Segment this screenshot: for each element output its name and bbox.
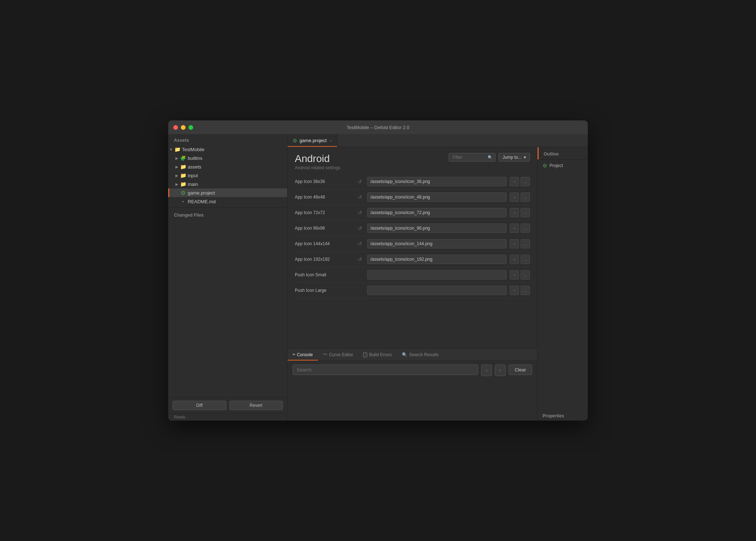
file-icon: ▪: [180, 198, 186, 205]
jump-to-button[interactable]: Jump to... ▾: [498, 153, 530, 162]
browse-button[interactable]: …: [521, 255, 530, 264]
setting-label: App Icon 96x96: [295, 226, 353, 231]
search-prev-button[interactable]: ‹: [481, 365, 492, 376]
sidebar-item-label: assets: [188, 164, 284, 170]
sidebar-item-testmobile[interactable]: ▼ 📁 TestMobile: [168, 145, 287, 154]
minimize-window-button[interactable]: [181, 125, 186, 130]
file-tree: ▼ 📁 TestMobile ▶ 🧩 builtins ▶ 📁 assets: [168, 145, 287, 206]
sidebar-item-input[interactable]: ▶ 📁 input: [168, 171, 287, 180]
folder-icon: 📁: [174, 146, 180, 153]
close-window-button[interactable]: [173, 125, 178, 130]
setting-actions: → …: [510, 255, 530, 264]
setting-actions: → …: [510, 177, 530, 186]
filter-wrapper: 🔍: [449, 153, 496, 162]
setting-actions: → …: [510, 223, 530, 233]
goto-button[interactable]: →: [510, 208, 519, 217]
goto-button[interactable]: →: [510, 192, 519, 202]
setting-label: App Icon 48x48: [295, 195, 353, 200]
browse-button[interactable]: …: [521, 270, 530, 280]
expand-arrow: ▶: [174, 164, 180, 170]
setting-row-icon192: App Icon 192x192 ↺ /assets/app_icons/ico…: [295, 252, 530, 267]
tab-game-project[interactable]: ⚙ game.project ×: [288, 134, 337, 147]
sidebar-item-main[interactable]: ▶ 📁 main: [168, 180, 287, 188]
search-icon: 🔍: [488, 155, 493, 160]
tab-close-button[interactable]: ×: [330, 139, 332, 143]
search-icon: 🔍: [402, 352, 407, 357]
setting-row-icon48: App Icon 48x48 ↺ /assets/app_icons/icon_…: [295, 189, 530, 205]
sidebar-item-label: main: [188, 182, 284, 187]
reset-button[interactable]: ↺: [356, 255, 364, 264]
expand-arrow: ▶: [174, 181, 180, 187]
maximize-window-button[interactable]: [188, 125, 193, 130]
setting-label: App Icon 144x144: [295, 241, 353, 246]
sidebar-item-label: README.md: [188, 199, 284, 204]
diff-button[interactable]: Diff: [173, 401, 226, 410]
reset-button[interactable]: ↺: [356, 224, 364, 233]
reset-button[interactable]: ↺: [356, 177, 364, 186]
goto-button[interactable]: →: [510, 270, 519, 280]
goto-button[interactable]: →: [510, 239, 519, 248]
setting-row-icon72: App Icon 72x72 ↺ /assets/app_icons/icon_…: [295, 205, 530, 221]
sidebar-item-label: game.project: [188, 190, 284, 196]
sidebar-item-builtins[interactable]: ▶ 🧩 builtins: [168, 154, 287, 162]
browse-button[interactable]: …: [521, 208, 530, 217]
setting-actions: → …: [510, 286, 530, 295]
browse-button[interactable]: …: [521, 286, 530, 295]
tab-label: Console: [297, 352, 313, 357]
setting-actions: → …: [510, 208, 530, 217]
setting-row-icon36: App Icon 36x36 ↺ /assets/app_icons/icon_…: [295, 174, 530, 189]
browse-button[interactable]: …: [521, 223, 530, 233]
search-input-wrapper: [293, 365, 478, 375]
setting-actions: → …: [510, 192, 530, 202]
sidebar-item-assets[interactable]: ▶ 📁 assets: [168, 162, 287, 171]
main-layout: Assets ▼ 📁 TestMobile ▶ 🧩 builtins ▶: [168, 134, 588, 421]
right-panel-item-project[interactable]: ⚙ Project: [538, 160, 588, 171]
setting-row-push-large: Push Icon Large ↺ → …: [295, 283, 530, 298]
setting-value: /assets/app_icons/icon_144.png: [367, 239, 507, 248]
tab-console[interactable]: ⌨ Console: [288, 349, 318, 361]
editor-title: Android: [295, 153, 340, 165]
expand-arrow: ▼: [168, 146, 174, 152]
browse-button[interactable]: …: [521, 177, 530, 186]
sidebar-item-label: input: [188, 173, 284, 178]
tab-build-errors[interactable]: ! Build Errors: [358, 349, 397, 361]
tab-label: game.project: [300, 138, 327, 143]
folder-icon: 📁: [180, 172, 186, 179]
clear-button[interactable]: Clear: [509, 365, 532, 375]
app-window: TestMobile – Defold Editor 2.0 Assets ▼ …: [168, 120, 588, 421]
search-next-button[interactable]: ›: [495, 365, 506, 376]
window-controls[interactable]: [173, 125, 193, 130]
reset-button[interactable]: ↺: [356, 239, 364, 248]
reset-button[interactable]: ↺: [356, 193, 364, 201]
sidebar-item-game-project[interactable]: ▶ ⚙ game.project: [168, 188, 287, 197]
goto-button[interactable]: →: [510, 255, 519, 264]
browse-button[interactable]: …: [521, 192, 530, 202]
warning-icon: !: [363, 352, 367, 357]
setting-value: [367, 270, 507, 280]
right-panel-item-label: Project: [549, 163, 563, 168]
gear-icon: ⚙: [180, 189, 186, 196]
setting-label: App Icon 72x72: [295, 210, 353, 215]
jump-to-label: Jump to...: [502, 155, 522, 160]
revert-button[interactable]: Revert: [229, 401, 283, 410]
sidebar-item-readme[interactable]: ▶ ▪ README.md: [168, 197, 287, 206]
window-title: TestMobile – Defold Editor 2.0: [347, 125, 409, 130]
bottom-content: ‹ › Clear: [288, 361, 537, 421]
sidebar-divider: [168, 207, 287, 208]
titlebar: TestMobile – Defold Editor 2.0: [168, 120, 588, 134]
browse-button[interactable]: …: [521, 239, 530, 248]
folder-icon: 📁: [180, 181, 186, 187]
terminal-icon: ⌨: [293, 352, 295, 357]
setting-row-icon96: App Icon 96x96 ↺ /assets/app_icons/icon_…: [295, 221, 530, 236]
setting-value: /assets/app_icons/icon_96.png: [367, 223, 507, 233]
editor-tab-bar: ⚙ game.project ×: [288, 134, 588, 147]
setting-row-icon144: App Icon 144x144 ↺ /assets/app_icons/ico…: [295, 236, 530, 252]
tab-curve-editor[interactable]: 〜 Curve Editor: [318, 349, 358, 361]
goto-button[interactable]: →: [510, 177, 519, 186]
goto-button[interactable]: →: [510, 286, 519, 295]
search-input[interactable]: [293, 365, 478, 375]
assets-header: Assets: [168, 134, 287, 145]
goto-button[interactable]: →: [510, 223, 519, 233]
reset-button[interactable]: ↺: [356, 208, 364, 217]
tab-search-results[interactable]: 🔍 Search Results: [397, 349, 443, 361]
